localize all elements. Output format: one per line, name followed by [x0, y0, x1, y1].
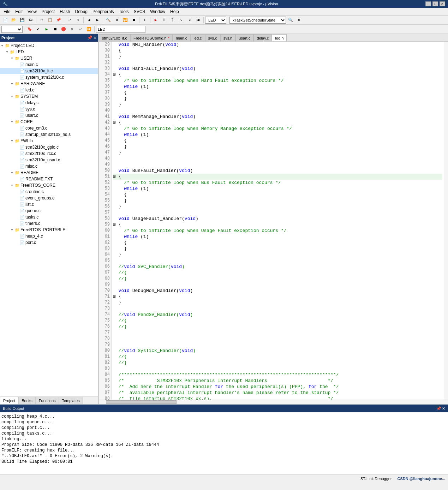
- tree-item[interactable]: 📄 delay.c: [0, 100, 98, 106]
- build-panel-pin[interactable]: 📌: [436, 406, 441, 411]
- project-panel-close[interactable]: ✕: [93, 35, 97, 40]
- check-button[interactable]: ✔: [34, 25, 42, 33]
- bookmark-button[interactable]: 🔖: [26, 25, 34, 33]
- project-panel-pin[interactable]: 📌: [87, 35, 92, 40]
- tree-item[interactable]: 📄 tasks.c: [0, 214, 98, 220]
- tree-item[interactable]: 📄 heap_4.c: [0, 233, 98, 239]
- redo-button[interactable]: ↪: [74, 16, 82, 24]
- start-debug-button[interactable]: ▶: [152, 16, 160, 24]
- menu-tools[interactable]: Tools: [117, 8, 131, 15]
- code-content[interactable]: void NMI_Handler(void) { } void HardFaul…: [112, 42, 444, 400]
- step-over-button[interactable]: ⤵: [169, 16, 177, 24]
- run-to-cursor-button[interactable]: ⏭: [194, 16, 202, 24]
- debug-stop2-button[interactable]: ⏹: [51, 25, 59, 33]
- tree-item[interactable]: 📄 list.c: [0, 201, 98, 208]
- nav-back-button[interactable]: ◀: [85, 16, 93, 24]
- run2-button[interactable]: ⏩: [85, 25, 93, 33]
- minimize-button[interactable]: —: [425, 1, 431, 6]
- tree-item[interactable]: ▼ 📁 LED: [0, 49, 98, 55]
- editor-tab[interactable]: FreeRTOSConfig.h*: [130, 34, 173, 41]
- editor-tab[interactable]: stm32f10x_it.c: [99, 34, 130, 41]
- scope-dropdown[interactable]: [1, 26, 23, 33]
- function-dropdown[interactable]: xTaskGetSchedulerState: [229, 17, 286, 24]
- menu-help[interactable]: Help: [168, 8, 181, 15]
- step2-button[interactable]: ↩: [77, 25, 84, 33]
- tab-functions[interactable]: Functions: [36, 397, 59, 404]
- open-button[interactable]: 📂: [10, 16, 18, 24]
- tree-item[interactable]: 📄 sys.c: [0, 106, 98, 112]
- menu-debug[interactable]: Debug: [73, 8, 90, 15]
- tab-project[interactable]: Project: [0, 397, 18, 404]
- tree-item[interactable]: 📄 led.c: [0, 87, 98, 93]
- vertical-scrollbar[interactable]: [444, 42, 448, 400]
- tree-item[interactable]: 📄 queue.c: [0, 208, 98, 214]
- build-panel-close[interactable]: ✕: [442, 406, 445, 411]
- tab-books[interactable]: Books: [18, 397, 36, 404]
- tree-item[interactable]: ▼ 📁 HARDWARE: [0, 80, 98, 87]
- debug-input[interactable]: [96, 26, 145, 33]
- menu-view[interactable]: View: [25, 8, 39, 15]
- clear-bp-button[interactable]: ✕: [68, 25, 76, 33]
- tree-item[interactable]: 📄 startup_stm32f10x_hd.s: [0, 131, 98, 138]
- menu-window[interactable]: Window: [148, 8, 167, 15]
- tree-item[interactable]: ▼ 📁 FreeRTOS_CORE: [0, 182, 98, 189]
- editor-tab[interactable]: led.h: [272, 34, 287, 41]
- tree-item[interactable]: 📄 main.c: [0, 61, 98, 68]
- editor-tab[interactable]: delay.c: [253, 34, 272, 41]
- undo-button[interactable]: ↩: [66, 16, 73, 24]
- save-all-button[interactable]: 🗂: [27, 16, 35, 24]
- menu-project[interactable]: Project: [40, 8, 57, 15]
- breakpoint-button[interactable]: 🔴: [60, 25, 67, 33]
- rebuild-button[interactable]: 🔁: [121, 16, 129, 24]
- tree-item[interactable]: 📄 stm32f10x_it.c: [0, 68, 98, 74]
- tree-item[interactable]: 📄 system_stm32f10x.c: [0, 74, 98, 80]
- tree-item[interactable]: ▼ 📁 CORE: [0, 119, 98, 125]
- editor-tab[interactable]: usart.c: [235, 34, 253, 41]
- stop-debug-button[interactable]: ⏸: [160, 16, 168, 24]
- target-dropdown[interactable]: LED: [205, 17, 226, 24]
- tree-item[interactable]: 📄 misc.c: [0, 163, 98, 169]
- scrollbar-thumb[interactable]: [106, 400, 177, 404]
- build-button[interactable]: 🔨: [104, 16, 112, 24]
- tree-item[interactable]: ▼ 📁 FWLib: [0, 138, 98, 144]
- tree-item[interactable]: ▼ 📁 SYSTEM: [0, 93, 98, 100]
- step-in-button[interactable]: ↘: [177, 16, 185, 24]
- tree-item[interactable]: 📄 croutine.c: [0, 189, 98, 195]
- tree-item[interactable]: 📄 stm32f10x_usart.c: [0, 157, 98, 163]
- editor-tab[interactable]: led.c: [190, 34, 205, 41]
- tree-item[interactable]: 📄 core_cm3.c: [0, 125, 98, 131]
- menu-edit[interactable]: Edit: [13, 8, 25, 15]
- save-button[interactable]: 💾: [18, 16, 26, 24]
- settings-button[interactable]: ⚙: [295, 16, 303, 24]
- copy-button[interactable]: 📋: [46, 16, 54, 24]
- step-out-button[interactable]: ↗: [186, 16, 193, 24]
- tree-item[interactable]: 📄 timers.c: [0, 220, 98, 227]
- nav-fwd-button[interactable]: ▶: [94, 16, 101, 24]
- stop-button[interactable]: ⏹: [130, 16, 138, 24]
- menu-peripherals[interactable]: Peripherals: [90, 8, 116, 15]
- tree-item[interactable]: ▼ 📁 FreeRTOS_PORTABLE: [0, 227, 98, 233]
- debug-run-button[interactable]: ▶: [43, 25, 50, 33]
- tree-item[interactable]: ▼ 📁 README: [0, 169, 98, 176]
- tree-item[interactable]: 📄 event_groups.c: [0, 195, 98, 201]
- maximize-button[interactable]: □: [432, 1, 438, 6]
- tree-item[interactable]: 📄 usart.c: [0, 112, 98, 119]
- tree-item[interactable]: 📄 README.TXT: [0, 176, 98, 182]
- tree-item[interactable]: ▼ 📁 Project: LED: [0, 42, 98, 49]
- new-file-button[interactable]: 📄: [1, 16, 9, 24]
- menu-svcs[interactable]: SVCS: [132, 8, 148, 15]
- find-button[interactable]: 🔍: [287, 16, 294, 24]
- editor-tab[interactable]: sys.h: [220, 34, 236, 41]
- tab-templates[interactable]: Templates: [59, 397, 83, 404]
- tree-item[interactable]: 📄 stm32f10x_rcc.c: [0, 150, 98, 157]
- tree-item[interactable]: 📄 stm32f10x_gpio.c: [0, 144, 98, 150]
- horizontal-scrollbar[interactable]: [99, 400, 448, 404]
- menu-file[interactable]: File: [1, 8, 12, 15]
- editor-tab[interactable]: main.c: [173, 34, 190, 41]
- close-button[interactable]: ✕: [440, 1, 445, 6]
- cut-button[interactable]: ✂: [38, 16, 46, 24]
- tree-item[interactable]: ▼ 📁 USER: [0, 55, 98, 61]
- tree-item[interactable]: 📄 port.c: [0, 239, 98, 246]
- download-button[interactable]: ⬇: [141, 16, 149, 24]
- build-all-button[interactable]: ⚙: [113, 16, 121, 24]
